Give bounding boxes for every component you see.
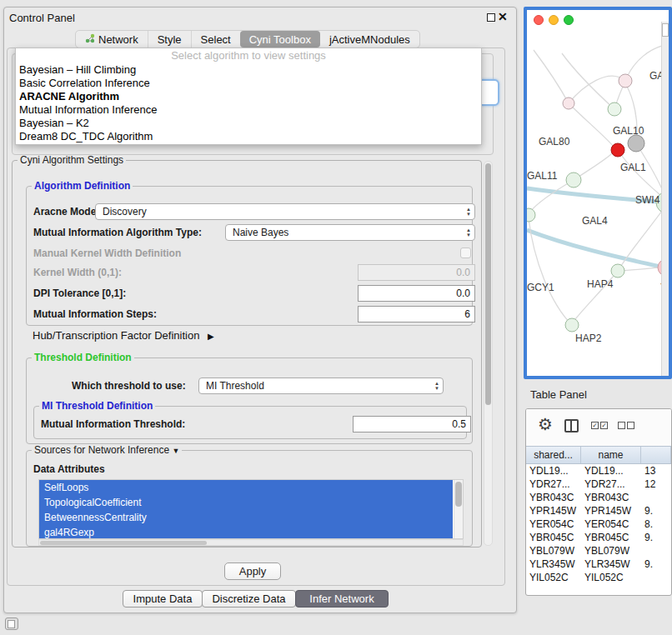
mi-threshold-input[interactable]: 0.5 xyxy=(353,416,471,432)
close-traffic-light-icon[interactable] xyxy=(534,15,544,25)
table-cell[interactable]: YDL19... xyxy=(526,464,581,478)
dropdown-item[interactable]: Bayesian – K2 xyxy=(16,117,481,130)
columns-icon[interactable] xyxy=(564,419,579,432)
table-cell[interactable]: YBR045C xyxy=(581,531,641,544)
table-cell[interactable]: YDL19... xyxy=(581,464,641,478)
tab-impute-data[interactable]: Impute Data xyxy=(123,590,203,608)
tab-network[interactable]: Network xyxy=(76,31,148,48)
dropdown-item[interactable]: Dream8 DC_TDC Algorithm xyxy=(16,130,481,143)
tab-jactivemnodules[interactable]: jActiveMNodules xyxy=(320,31,419,48)
graph-edge[interactable] xyxy=(527,230,660,267)
undock-window-icon[interactable] xyxy=(487,13,495,22)
table-cell[interactable] xyxy=(641,491,671,504)
table-cell[interactable]: 13 xyxy=(641,464,671,478)
tab-discretize-data[interactable]: Discretize Data xyxy=(202,590,296,608)
table-cell[interactable]: YDR27... xyxy=(581,478,641,491)
graph-node[interactable] xyxy=(619,74,632,88)
kernel-width-input[interactable]: 0.0 xyxy=(358,264,475,281)
table-row[interactable]: YIL052C YIL052C xyxy=(526,571,671,584)
table-cell[interactable]: YIL052C xyxy=(581,571,641,584)
dropdown-item-selected[interactable]: ARACNE Algorithm xyxy=(16,90,481,103)
table-cell[interactable]: YBL079W xyxy=(526,544,581,558)
table-cell[interactable]: YLR345W xyxy=(581,558,641,571)
table-cell[interactable]: YER054C xyxy=(581,518,641,531)
graph-node[interactable] xyxy=(611,264,624,278)
network-graph[interactable]: GALGAL80GAL10GAL11GAL1SWI4GAL4GCY1HAP4YH… xyxy=(527,10,662,376)
graph-node[interactable] xyxy=(628,135,644,152)
tab-cyni-toolbox[interactable]: Cyni Toolbox xyxy=(240,31,320,48)
apply-button[interactable]: Apply xyxy=(224,562,281,580)
graph-node[interactable] xyxy=(611,143,624,157)
table-cell[interactable]: 8. xyxy=(641,518,671,531)
expand-right-icon[interactable]: ▶ xyxy=(208,332,214,341)
table-cell[interactable]: YPR145W xyxy=(581,504,641,518)
graph-node[interactable] xyxy=(563,98,574,109)
graph-edge[interactable] xyxy=(569,103,614,147)
table-cell[interactable]: YPR145W xyxy=(526,504,581,518)
graph-node[interactable] xyxy=(608,102,621,116)
table-cell[interactable]: YBR043C xyxy=(526,491,581,504)
tab-select[interactable]: Select xyxy=(191,31,240,48)
mi-algorithm-type-select[interactable]: Naive Bayes ▲▼ xyxy=(225,224,475,241)
table-cell[interactable]: YLR345W xyxy=(526,558,581,571)
table-cell[interactable]: 9. xyxy=(641,558,671,571)
table-cell[interactable]: YBL079W xyxy=(581,544,641,558)
manual-kernel-width-checkbox[interactable] xyxy=(460,248,471,258)
network-vertical-scrollbar[interactable] xyxy=(661,22,669,376)
table-row[interactable]: YDR27... YDR27... 12 xyxy=(526,478,671,491)
dropdown-item[interactable]: Bayesian – Hill Climbing xyxy=(16,63,481,77)
close-window-icon[interactable]: ✕ xyxy=(498,10,508,23)
table-cell[interactable]: YBR043C xyxy=(581,491,641,504)
table-row[interactable]: YER054C YER054C 8. xyxy=(526,518,671,531)
aracne-mode-select[interactable]: Discovery ▲▼ xyxy=(95,203,475,220)
table-cell[interactable] xyxy=(641,571,671,584)
settings-vertical-scrollbar[interactable] xyxy=(484,161,493,546)
graph-node[interactable] xyxy=(527,208,535,222)
mi-steps-input[interactable]: 6 xyxy=(358,306,475,322)
graph-edge[interactable] xyxy=(534,50,569,103)
attribute-item-selected[interactable]: TopologicalCoefficient xyxy=(39,495,453,510)
table-cell[interactable]: YBR045C xyxy=(526,531,581,544)
attribute-item-selected[interactable]: gal4RGexp xyxy=(39,525,453,539)
column-header-shared-name[interactable]: shared... xyxy=(526,447,581,463)
table-row[interactable]: YLR345W YLR345W 9. xyxy=(526,558,671,571)
table-cell[interactable]: YER054C xyxy=(526,518,581,531)
select-all-checkboxes-icon[interactable]: ✓✓ xyxy=(591,422,608,429)
attribute-item-selected[interactable]: BetweennessCentrality xyxy=(39,510,453,525)
table-row[interactable]: YDL19... YDL19... 13 xyxy=(526,464,671,478)
sources-title[interactable]: Sources for Network Inference ▼ xyxy=(32,444,182,456)
hub-transcription-section[interactable]: Hub/Transcription Factor Definition ▶ xyxy=(33,329,214,342)
dropdown-placeholder[interactable]: Select algorithm to view settings xyxy=(16,48,481,63)
table-cell[interactable]: YDR27... xyxy=(526,478,581,491)
gear-icon[interactable]: ⚙ xyxy=(538,414,553,434)
table-cell[interactable]: YIL052C xyxy=(526,571,581,584)
dpi-tolerance-input[interactable]: 0.0 xyxy=(358,285,475,302)
column-header-name[interactable]: name xyxy=(581,447,641,463)
tab-infer-network[interactable]: Infer Network xyxy=(295,590,389,608)
minimize-traffic-light-icon[interactable] xyxy=(549,15,559,25)
table-row[interactable]: YBR045C YBR045C 9. xyxy=(526,531,671,544)
table-cell[interactable]: 12 xyxy=(641,478,671,491)
table-row[interactable]: YBR043C YBR043C xyxy=(526,491,671,504)
table-cell[interactable]: 9. xyxy=(641,504,671,518)
graph-edge[interactable] xyxy=(569,76,625,103)
graph-edge[interactable] xyxy=(530,180,574,212)
table-cell[interactable] xyxy=(641,544,671,558)
graph-node[interactable] xyxy=(565,318,579,332)
table-cell[interactable]: 9. xyxy=(641,531,671,544)
table-row[interactable]: YBL079W YBL079W xyxy=(526,544,671,558)
graph-node[interactable] xyxy=(566,172,581,188)
zoom-traffic-light-icon[interactable] xyxy=(564,15,574,25)
which-threshold-select[interactable]: MI Threshold ▲▼ xyxy=(198,378,444,394)
dropdown-item[interactable]: Basic Correlation Inference xyxy=(16,77,481,90)
table-row[interactable]: YPR145W YPR145W 9. xyxy=(526,504,671,518)
list-horizontal-scrollbar[interactable] xyxy=(38,539,464,546)
attribute-item-selected[interactable]: SelfLoops xyxy=(39,480,453,495)
tab-style[interactable]: Style xyxy=(148,31,191,48)
list-vertical-scrollbar[interactable] xyxy=(454,480,463,538)
deselect-all-checkboxes-icon[interactable] xyxy=(618,422,634,429)
panel-toggle-icon[interactable] xyxy=(5,618,18,630)
collapse-down-icon[interactable]: ▼ xyxy=(172,447,179,455)
column-header-partial[interactable] xyxy=(641,447,671,463)
dropdown-item[interactable]: Mutual Information Inference xyxy=(16,103,481,117)
